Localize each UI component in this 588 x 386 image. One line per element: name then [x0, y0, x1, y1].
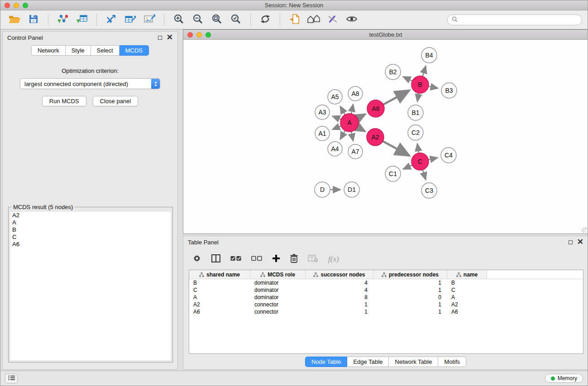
- import-table-button[interactable]: [73, 12, 91, 28]
- close-panel-button[interactable]: Close panel: [93, 96, 139, 106]
- close-table-panel-icon[interactable]: ✕: [577, 240, 583, 244]
- result-item[interactable]: C: [10, 234, 171, 241]
- criterion-dropdown[interactable]: largest connected component (directed): [20, 78, 160, 89]
- graph-edge-C-C1[interactable]: [403, 165, 412, 169]
- tab-mcds[interactable]: MCDS: [120, 45, 149, 56]
- graph-node-label: D1: [348, 186, 356, 193]
- network-from-selection-button[interactable]: [103, 12, 120, 28]
- graph-edge-A-A6[interactable]: [358, 114, 365, 119]
- deselect-all-button[interactable]: [251, 255, 262, 264]
- float-table-panel-icon[interactable]: [569, 240, 573, 244]
- column-header-MCDS-role[interactable]: MCDS role: [250, 270, 306, 279]
- session-file-button[interactable]: [286, 12, 303, 28]
- table-arrow-icon: [124, 14, 136, 26]
- table-row[interactable]: Adominator80A: [189, 294, 583, 301]
- table-row[interactable]: Bdominator41B: [189, 279, 583, 286]
- result-item[interactable]: B: [10, 226, 171, 234]
- function-builder-button[interactable]: f(x): [328, 255, 339, 264]
- minimize-network-window-button[interactable]: [196, 32, 202, 38]
- table-tabs: Node TableEdge TableNetwork TableMotifs: [183, 357, 588, 367]
- zoom-fit-button[interactable]: [208, 12, 225, 28]
- graph-edge-A-A7[interactable]: [351, 132, 353, 141]
- result-item[interactable]: A2: [10, 212, 171, 219]
- graph-edge-A-A8[interactable]: [351, 105, 353, 114]
- pen-slash-icon: [327, 14, 338, 26]
- result-item[interactable]: A: [10, 219, 171, 226]
- column-header-predecessor-nodes[interactable]: predecessor nodes: [373, 270, 447, 279]
- graph-edge-A-A3[interactable]: [332, 116, 341, 119]
- table-settings-button[interactable]: [192, 254, 201, 265]
- graph-edge-A6-B[interactable]: [383, 91, 410, 105]
- export-table-button[interactable]: [122, 12, 139, 28]
- node-table: shared nameMCDS rolesuccessor nodesprede…: [189, 270, 583, 354]
- export-image-button[interactable]: [141, 12, 158, 28]
- graph-edge-A-A4[interactable]: [340, 131, 345, 140]
- graph-edge-C-C3[interactable]: [423, 170, 426, 180]
- save-session-button[interactable]: [25, 12, 42, 28]
- resize-grip[interactable]: [582, 227, 588, 233]
- add-column-button[interactable]: [272, 254, 280, 264]
- close-panel-icon[interactable]: ✕: [167, 35, 173, 40]
- column-header-name[interactable]: name: [447, 270, 487, 279]
- column-header-shared-name[interactable]: shared name: [189, 270, 250, 279]
- control-panel-header: Control Panel ✕: [3, 32, 177, 43]
- graph-edge-A-A2[interactable]: [357, 127, 364, 131]
- graph-edge-B-B1[interactable]: [417, 93, 419, 102]
- zoom-window-button[interactable]: [23, 3, 28, 8]
- tab-network[interactable]: Network: [31, 45, 66, 56]
- result-item[interactable]: A6: [10, 241, 171, 248]
- zoom-in-button[interactable]: [170, 12, 187, 28]
- open-file-button[interactable]: [6, 12, 23, 28]
- graph-edge-A2-C[interactable]: [383, 141, 410, 156]
- graph-edge-B-B4[interactable]: [423, 66, 426, 76]
- table-tab-motifs[interactable]: Motifs: [438, 357, 466, 367]
- table-row[interactable]: A6connector11A6: [189, 308, 583, 315]
- table-cell: 1: [306, 301, 373, 308]
- zoom-selected-button[interactable]: [227, 12, 244, 28]
- annotations-button[interactable]: [324, 12, 341, 28]
- delete-table-button[interactable]: [308, 255, 318, 264]
- table-row[interactable]: A2connector11A2: [189, 301, 583, 308]
- show-graphics-details-button[interactable]: [343, 12, 360, 28]
- table-cell: B: [447, 279, 487, 286]
- float-panel-icon[interactable]: [158, 36, 162, 40]
- graph-node-label: A1: [318, 130, 326, 137]
- graph-edge-A-A1[interactable]: [332, 126, 341, 129]
- show-columns-button[interactable]: [211, 254, 220, 264]
- graph-edge-C-C4[interactable]: [429, 157, 438, 160]
- select-all-button[interactable]: [230, 255, 241, 264]
- folder-open-icon: [9, 14, 21, 26]
- window-controls: [5, 3, 28, 8]
- tab-style[interactable]: Style: [66, 45, 91, 56]
- table-tab-node-table[interactable]: Node Table: [305, 357, 348, 367]
- mcds-result-list: A2ABCA6: [10, 212, 171, 360]
- graph-edge-B-B3[interactable]: [429, 86, 438, 88]
- import-network-button[interactable]: [54, 12, 72, 28]
- table-tab-edge-table[interactable]: Edge Table: [347, 357, 389, 367]
- zoom-network-window-button[interactable]: [206, 32, 211, 38]
- close-network-window-button[interactable]: [187, 32, 193, 38]
- toolbar-search[interactable]: [447, 14, 582, 25]
- memory-button[interactable]: Memory: [545, 374, 583, 383]
- table-tab-network-table[interactable]: Network Table: [389, 357, 438, 367]
- zoom-out-button[interactable]: [189, 12, 206, 28]
- close-window-button[interactable]: [5, 3, 10, 8]
- task-history-button[interactable]: [5, 374, 18, 383]
- column-header-successor-nodes[interactable]: successor nodes: [306, 270, 373, 279]
- hide-panels-button[interactable]: [305, 12, 322, 28]
- search-input[interactable]: [460, 17, 578, 23]
- minimize-window-button[interactable]: [14, 3, 19, 8]
- graph-edge-B-B2[interactable]: [403, 77, 412, 81]
- table-row[interactable]: Cdominator41C: [189, 286, 583, 294]
- table-cell: 1: [306, 308, 373, 315]
- run-mcds-button[interactable]: Run MCDS: [42, 96, 86, 106]
- graph-edge-A-A5[interactable]: [340, 106, 345, 115]
- delete-column-button[interactable]: [290, 254, 298, 265]
- control-panel: Control Panel ✕ NetworkStyleSelectMCDS O…: [2, 31, 178, 370]
- table-cell: A6: [189, 308, 250, 315]
- tab-select[interactable]: Select: [91, 45, 120, 56]
- network-canvas[interactable]: B4B2BB3B1A5A8A6A3AA1C2A2A4A7C4CC1C3DD1: [183, 40, 588, 234]
- apply-layout-button[interactable]: [257, 12, 274, 28]
- graph-edge-C-C2[interactable]: [417, 144, 419, 153]
- network-window-controls: [187, 32, 211, 38]
